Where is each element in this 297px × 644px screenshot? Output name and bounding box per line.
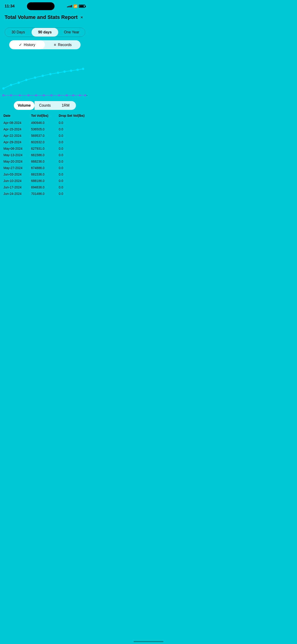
table-row: Apr-08-2024 490946.0 0.0: [4, 120, 86, 126]
chart-dot: [77, 69, 79, 71]
cell-date: May-13-2024: [4, 153, 31, 157]
time-btn-oneyear[interactable]: One Year: [58, 28, 85, 36]
cell-totvol: 668236.0: [31, 160, 59, 163]
cell-date: Jun-03-2024: [4, 172, 31, 176]
chart-dot-secondary: [66, 94, 68, 96]
cell-date: May-20-2024: [4, 160, 31, 163]
signal-icon: [67, 5, 72, 7]
records-list-icon: ≡: [54, 43, 56, 47]
cell-date: May-27-2024: [4, 166, 31, 170]
table-row: Jun-10-2024 688186.0 0.0: [4, 178, 86, 184]
cell-date: Apr-15-2024: [4, 127, 31, 131]
chart-dot: [82, 68, 84, 70]
cell-date: Jun-17-2024: [4, 186, 31, 189]
cell-totvol: 674886.0: [31, 166, 59, 170]
cell-totvol: 681536.0: [31, 172, 59, 176]
cell-totvol: 701486.0: [31, 192, 59, 196]
chart-dot-secondary: [58, 94, 60, 96]
cell-date: Apr-29-2024: [4, 140, 31, 144]
chart-dot: [64, 70, 66, 73]
status-time: 11:34: [4, 4, 14, 8]
chart-dot-secondary: [10, 94, 12, 96]
metric-btn-volume[interactable]: Volume: [14, 101, 34, 110]
chart-dot-secondary: [35, 94, 37, 96]
cell-date: Apr-08-2024: [4, 121, 31, 124]
chart-dot: [18, 82, 20, 84]
col-totvol-header: Tot Vol(lbs): [31, 114, 59, 118]
table-row: May-06-2024 627931.0 0.0: [4, 145, 86, 152]
cell-date: Apr-22-2024: [4, 134, 31, 138]
chart-dot: [34, 76, 36, 79]
view-btn-records[interactable]: ≡ Records: [45, 40, 80, 49]
cell-dropsetvol: 0.0: [59, 153, 86, 157]
col-dropsetvol-header: Drop Set Vol(lbs): [59, 114, 86, 118]
dynamic-island: [27, 2, 54, 10]
table-row: Jun-17-2024 694836.0 0.0: [4, 184, 86, 190]
chart-dot: [2, 87, 4, 90]
table-row: Apr-15-2024 536505.0 0.0: [4, 126, 86, 132]
page-title: Total Volume and Stats Report: [4, 14, 78, 20]
cell-dropsetvol: 0.0: [59, 160, 86, 163]
cell-dropsetvol: 0.0: [59, 134, 86, 138]
col-date-header: Date: [4, 114, 31, 118]
chart-dot: [49, 73, 51, 75]
table-row: May-27-2024 674886.0 0.0: [4, 165, 86, 171]
time-period-selector: 30 Days 90 days One Year: [4, 28, 85, 37]
cell-totvol: 627931.0: [31, 147, 59, 150]
cell-totvol: 661586.0: [31, 153, 59, 157]
table-header: Date Tot Vol(lbs) Drop Set Vol(lbs): [4, 113, 86, 118]
chart-dot-secondary: [43, 94, 45, 96]
table-body: Apr-08-2024 490946.0 0.0 Apr-15-2024 536…: [4, 120, 86, 197]
table-row: May-20-2024 668236.0 0.0: [4, 158, 86, 165]
cell-date: May-06-2024: [4, 147, 31, 150]
chart-dot-secondary: [19, 94, 21, 96]
chart-dot-secondary: [50, 94, 52, 96]
cell-totvol: 694836.0: [31, 186, 59, 189]
cell-totvol: 490946.0: [31, 121, 59, 124]
chart-dot-secondary: [72, 94, 74, 96]
cell-dropsetvol: 0.0: [59, 186, 86, 189]
metric-btn-1rm[interactable]: 1RM: [55, 101, 76, 110]
table-row: Jun-03-2024 681536.0 0.0: [4, 171, 86, 178]
view-btn-history[interactable]: ✓ History: [9, 40, 45, 49]
chart-dot: [10, 84, 12, 86]
chart-area: [2, 53, 88, 99]
chart-dot: [25, 79, 28, 81]
cell-dropsetvol: 0.0: [59, 147, 86, 150]
data-table: Date Tot Vol(lbs) Drop Set Vol(lbs) Apr-…: [4, 113, 86, 197]
cell-dropsetvol: 0.0: [59, 179, 86, 183]
cell-dropsetvol: 0.0: [59, 121, 86, 124]
cell-dropsetvol: 0.0: [59, 140, 86, 144]
cell-date: Jun-24-2024: [4, 192, 31, 196]
table-row: Apr-29-2024 602632.0 0.0: [4, 139, 86, 145]
chart-dot: [42, 75, 44, 77]
cell-totvol: 569537.0: [31, 134, 59, 138]
wifi-icon: 📶: [74, 4, 77, 8]
metric-selector: Volume Counts 1RM: [14, 101, 76, 110]
chart-dot-secondary: [28, 94, 30, 96]
cell-dropsetvol: 0.0: [59, 127, 86, 131]
cell-totvol: 602632.0: [31, 140, 59, 144]
chart-dot: [57, 72, 59, 74]
cell-dropsetvol: 0.0: [59, 172, 86, 176]
close-button[interactable]: ×: [78, 14, 85, 21]
battery-icon: [79, 4, 85, 8]
history-check-icon: ✓: [19, 42, 22, 47]
cell-totvol: 536505.0: [31, 127, 59, 131]
records-label: Records: [58, 43, 72, 47]
header: Total Volume and Stats Report ×: [0, 12, 90, 25]
chart-svg: [2, 53, 88, 99]
table-row: May-13-2024 661586.0 0.0: [4, 152, 86, 158]
cell-dropsetvol: 0.0: [59, 192, 86, 196]
time-btn-90days[interactable]: 90 days: [32, 28, 58, 36]
cell-totvol: 688186.0: [31, 179, 59, 183]
view-mode-selector: ✓ History ≡ Records: [9, 40, 80, 49]
time-btn-30days[interactable]: 30 Days: [5, 28, 32, 36]
metric-btn-counts[interactable]: Counts: [34, 101, 55, 110]
table-row: Apr-22-2024 569537.0 0.0: [4, 132, 86, 139]
history-label: History: [24, 43, 35, 47]
chart-dot-secondary: [2, 94, 4, 96]
cell-date: Jun-10-2024: [4, 179, 31, 183]
status-bar: 11:34 📶: [0, 0, 90, 12]
table-row: Jun-24-2024 701486.0 0.0: [4, 190, 86, 197]
